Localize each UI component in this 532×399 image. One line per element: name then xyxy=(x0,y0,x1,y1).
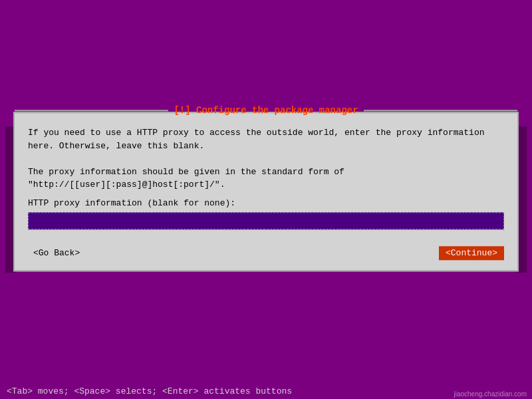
title-line-left xyxy=(15,110,168,111)
go-back-button[interactable]: <Go Back> xyxy=(28,246,85,260)
input-label: HTTP proxy information (blank for none): xyxy=(28,198,504,208)
dialog-buttons: <Go Back> <Continue> xyxy=(15,239,517,270)
dialog: [!] Configure the package manager If you… xyxy=(13,112,519,271)
dialog-title: [!] Configure the package manager xyxy=(168,105,363,116)
proxy-input[interactable] xyxy=(28,212,504,229)
status-bar: <Tab> moves; <Space> selects; <Enter> ac… xyxy=(0,384,532,399)
continue-button[interactable]: <Continue> xyxy=(439,246,504,260)
dialog-title-bar: [!] Configure the package manager xyxy=(15,105,517,116)
dialog-wrapper: [!] Configure the package manager If you… xyxy=(13,112,519,271)
title-line-right xyxy=(364,110,517,111)
status-text: <Tab> moves; <Space> selects; <Enter> ac… xyxy=(7,386,292,396)
desktop: [!] Configure the package manager If you… xyxy=(0,0,532,399)
watermark: jiaocheng.chazidian.com xyxy=(454,390,527,398)
dialog-body-text-1: If you need to use a HTTP proxy to acces… xyxy=(28,126,504,192)
dialog-content: If you need to use a HTTP proxy to acces… xyxy=(15,113,517,239)
